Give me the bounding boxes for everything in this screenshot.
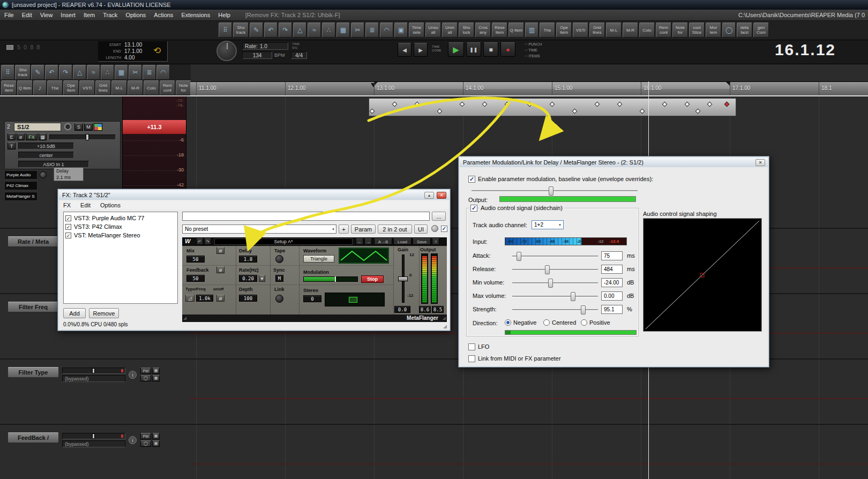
pm-param-slider[interactable] bbox=[512, 256, 598, 257]
load-button[interactable]: Load bbox=[393, 238, 411, 245]
close-icon[interactable]: ✕ bbox=[437, 192, 446, 199]
feedback-value[interactable]: 50 bbox=[186, 275, 205, 282]
punch-mode-label[interactable]: ∷ ITEMS bbox=[525, 54, 540, 58]
toolbar-button[interactable]: cool Slice bbox=[689, 23, 705, 38]
setup-display[interactable]: Setup A* bbox=[214, 238, 353, 245]
envelope-icon[interactable]: ≈ bbox=[308, 23, 321, 38]
fx-enabled-checkbox[interactable]: ✓ bbox=[65, 224, 71, 230]
pm-param-value[interactable]: 484 bbox=[601, 265, 623, 274]
toolbar-button[interactable]: Mor tem bbox=[706, 23, 721, 38]
fx-enabled-checkbox[interactable]: ✓ bbox=[65, 233, 71, 238]
wet-knob[interactable] bbox=[431, 225, 438, 232]
punch-mode-label[interactable]: ∷ PUNCH bbox=[525, 42, 542, 47]
fx-wet-knob[interactable] bbox=[40, 171, 47, 178]
fx-window-titlebar[interactable]: FX: Track 2 "S1/2" bbox=[59, 190, 449, 200]
delay-value[interactable]: 1.8 bbox=[239, 256, 257, 263]
envelope-label[interactable]: Rate / Meta bbox=[8, 236, 59, 247]
pencil-icon[interactable]: ✎ bbox=[31, 65, 44, 80]
toolbar-button[interactable]: Unm all bbox=[442, 23, 458, 38]
lock-icon[interactable]: ▣ bbox=[394, 23, 408, 38]
gain-slider-thumb[interactable] bbox=[398, 276, 408, 281]
fx-menu-item[interactable]: Options bbox=[100, 202, 121, 208]
pause-button[interactable]: ❚❚ bbox=[466, 42, 481, 57]
fx-menu-item[interactable]: FX bbox=[63, 202, 71, 208]
menu-item[interactable]: Extensions bbox=[181, 12, 210, 18]
toolbar-button[interactable]: The bbox=[47, 80, 63, 95]
undo-icon[interactable]: ↶ bbox=[264, 23, 278, 38]
fx-menu-item[interactable]: Edit bbox=[80, 202, 91, 208]
toolbar-button[interactable]: M-L bbox=[111, 80, 127, 95]
playrate-knob[interactable] bbox=[216, 41, 237, 61]
toolbar-button[interactable]: Colo bbox=[144, 80, 159, 95]
toolbar-button[interactable]: Grid lines bbox=[589, 23, 605, 38]
track-fx-slot[interactable]: P42 Climax bbox=[4, 181, 38, 190]
toolbar-button[interactable]: Grid lines bbox=[95, 80, 111, 95]
pm-param-value[interactable]: 0.00 bbox=[601, 291, 623, 301]
feedback-phase-button[interactable]: ø bbox=[216, 266, 225, 273]
pm-param-slider-thumb[interactable] bbox=[517, 252, 521, 261]
waveform-select-button[interactable]: Triangle bbox=[303, 255, 334, 263]
toolbar-button[interactable]: Time sele bbox=[409, 23, 424, 38]
remove-fx-button[interactable]: Remove bbox=[89, 308, 119, 318]
stereo-value[interactable]: 0 bbox=[303, 295, 321, 302]
undo-icon[interactable]: ↶ bbox=[196, 238, 203, 245]
toolbar-button[interactable]: Rese item bbox=[492, 23, 507, 38]
envelope-grid-button[interactable]: ▦ bbox=[152, 368, 160, 374]
envelope-pm-button[interactable]: PM bbox=[140, 368, 151, 374]
track-fx-slot[interactable]: MetaFlanger S bbox=[4, 192, 38, 201]
menu-item[interactable]: Actions bbox=[154, 12, 173, 18]
output-readout-left[interactable]: 8.6 bbox=[419, 306, 431, 313]
play-button[interactable]: ▶ bbox=[448, 42, 464, 57]
playback-position-display[interactable]: 16.1.12 bbox=[745, 41, 836, 59]
envelope-button[interactable]: E bbox=[8, 133, 16, 140]
sync-value[interactable]: M bbox=[275, 275, 283, 282]
toolbar-button[interactable]: Note for bbox=[176, 80, 191, 95]
pm-direction-radio[interactable] bbox=[581, 319, 587, 326]
envelope-info-button[interactable]: i bbox=[129, 436, 137, 444]
pm-direction-radio[interactable] bbox=[543, 319, 550, 326]
toolbar-button[interactable]: Rem cont bbox=[656, 23, 671, 38]
pm-param-slider-thumb[interactable] bbox=[571, 292, 575, 301]
mix-phase-button[interactable]: ø bbox=[216, 247, 225, 254]
more-button[interactable]: ... bbox=[432, 212, 446, 221]
toolbar-button[interactable]: defa bezi bbox=[737, 23, 752, 38]
toolbar-button[interactable]: Sho track bbox=[233, 23, 249, 38]
track-name-field[interactable]: S1/2 bbox=[14, 123, 61, 131]
menu-item[interactable]: Options bbox=[125, 12, 146, 18]
envelope-grid-button[interactable]: ▦ bbox=[152, 440, 160, 447]
lfo-checkbox[interactable] bbox=[468, 343, 475, 350]
toolbar-button[interactable]: VSTi bbox=[573, 23, 588, 38]
fx-enabled-checkbox[interactable]: ✓ bbox=[65, 215, 71, 221]
menu-item[interactable]: Item bbox=[84, 12, 95, 18]
parameter-modulation-window[interactable]: Parameter Modulation/Link for Delay / Me… bbox=[458, 156, 769, 368]
rate-mini-arrow-icon[interactable]: ▾ bbox=[259, 275, 265, 282]
save-preset-button[interactable]: + bbox=[339, 224, 349, 234]
channel-dropdown[interactable]: 1+2 ▼ bbox=[532, 220, 564, 229]
menu-item[interactable]: View bbox=[40, 12, 53, 18]
typefreq-onoff-button[interactable]: ø bbox=[216, 295, 225, 302]
stop-button[interactable]: Stop bbox=[361, 275, 384, 283]
fx-enabled-checkbox[interactable]: ✓ bbox=[441, 226, 447, 232]
toolbar-button[interactable]: M-R bbox=[623, 23, 638, 38]
track-color-icon[interactable] bbox=[94, 123, 102, 131]
punch-mode-label[interactable]: ∷ TIME bbox=[525, 48, 537, 53]
prev-setup-icon[interactable]: ← bbox=[356, 238, 363, 245]
toolbar-button[interactable]: Sho lock bbox=[459, 23, 474, 38]
toolbar-button[interactable]: Rem cont bbox=[160, 80, 175, 95]
fx-button[interactable]: FX bbox=[26, 133, 38, 140]
pm-direction-radio[interactable] bbox=[505, 319, 511, 326]
routing-dots-icon[interactable]: ∴ bbox=[322, 23, 335, 38]
depth-value[interactable]: 100 bbox=[239, 295, 257, 302]
envelope-grid-button[interactable]: ▦ bbox=[152, 433, 160, 439]
output-readout-right[interactable]: 8.5 bbox=[432, 306, 444, 313]
crossfade-icon[interactable]: ◠ bbox=[156, 65, 170, 80]
envelope-label[interactable]: Filter Freq bbox=[8, 301, 59, 312]
fx-plugin-row[interactable]: ✓VST: MetaFlanger Stereo bbox=[65, 231, 140, 240]
toolbar-button[interactable]: M-L bbox=[606, 23, 622, 38]
pm-param-slider-thumb[interactable] bbox=[581, 305, 586, 315]
ab-compare-button[interactable]: A→B bbox=[374, 238, 392, 245]
record-button[interactable]: ● bbox=[500, 42, 515, 57]
envelope-info-button[interactable]: i bbox=[129, 371, 137, 379]
next-setup-icon[interactable]: → bbox=[364, 238, 372, 245]
toolbar-button[interactable]: Note for bbox=[672, 23, 688, 38]
